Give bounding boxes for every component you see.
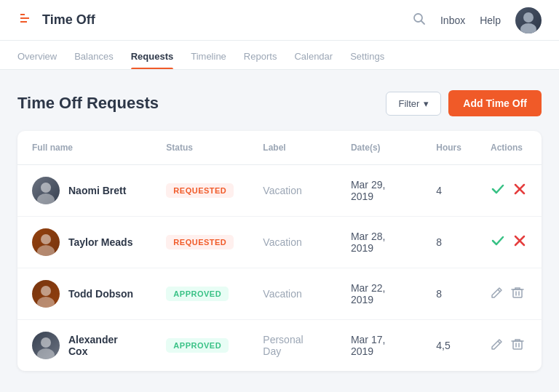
edit-button[interactable] xyxy=(491,337,504,353)
hours-value: 4 xyxy=(436,185,442,196)
name-cell: Taylor Meads xyxy=(17,217,151,268)
col-status: Status xyxy=(151,131,248,165)
app-title: Time Off xyxy=(42,12,95,28)
time-off-table-container: Full name Status Label Date(s) Hours Act… xyxy=(17,131,542,371)
time-off-table: Full name Status Label Date(s) Hours Act… xyxy=(17,131,542,371)
svg-rect-15 xyxy=(513,289,522,297)
person-avatar xyxy=(32,177,60,204)
edit-button[interactable] xyxy=(491,286,504,302)
svg-line-21 xyxy=(498,341,500,343)
svg-line-1 xyxy=(421,20,424,24)
date-value: Mar 28, 2019 xyxy=(351,231,385,254)
svg-line-14 xyxy=(498,289,500,292)
svg-point-20 xyxy=(37,348,55,359)
name-cell: Alexander Cox xyxy=(17,320,151,372)
reject-button[interactable] xyxy=(512,233,527,252)
svg-point-9 xyxy=(37,245,55,256)
status-cell: APPROVED xyxy=(151,320,248,372)
label-value: Vacation xyxy=(263,185,301,196)
status-cell: REQUESTED xyxy=(151,217,248,268)
table-row: Taylor Meads REQUESTEDVacationMar 28, 20… xyxy=(17,217,542,268)
person-avatar xyxy=(32,228,60,256)
page-header: Time Off Requests Filter ▾ Add Time Off xyxy=(17,90,542,116)
status-badge: APPROVED xyxy=(166,338,229,353)
person-avatar xyxy=(32,332,60,359)
app-header: Time Off Inbox Help xyxy=(0,0,559,41)
table-header-row: Full name Status Label Date(s) Hours Act… xyxy=(17,131,542,165)
col-hours: Hours xyxy=(421,131,476,165)
nav-timeline[interactable]: Timeline xyxy=(191,51,226,69)
actions-cell xyxy=(476,320,542,372)
label-value: Vacation xyxy=(263,236,301,248)
actions-cell xyxy=(476,268,542,320)
approve-button[interactable] xyxy=(491,233,505,252)
date-value: Mar 22, 2019 xyxy=(351,282,385,305)
logo-icon xyxy=(17,9,36,31)
delete-button[interactable] xyxy=(511,286,524,302)
svg-point-12 xyxy=(41,286,51,296)
actions-cell xyxy=(476,217,542,268)
svg-point-3 xyxy=(520,23,536,33)
name-cell: Naomi Brett xyxy=(17,165,151,217)
person-avatar xyxy=(32,280,60,308)
svg-point-2 xyxy=(523,12,534,23)
main-nav: Overview Balances Requests Timeline Repo… xyxy=(0,41,559,70)
label-cell: Personal Day xyxy=(248,320,336,372)
main-content: Time Off Requests Filter ▾ Add Time Off … xyxy=(0,70,559,385)
nav-reports[interactable]: Reports xyxy=(244,51,277,69)
date-cell: Mar 17, 2019 xyxy=(336,320,421,372)
hours-cell: 4 xyxy=(421,165,476,217)
hours-cell: 4,5 xyxy=(421,320,476,372)
svg-point-4 xyxy=(41,183,51,193)
nav-calendar[interactable]: Calendar xyxy=(294,51,333,69)
col-actions: Actions xyxy=(476,131,542,165)
svg-rect-22 xyxy=(513,341,522,349)
date-cell: Mar 28, 2019 xyxy=(336,217,421,268)
user-avatar[interactable] xyxy=(515,7,542,33)
header-actions: Filter ▾ Add Time Off xyxy=(386,90,542,116)
header-right: Inbox Help xyxy=(413,7,542,33)
nav-overview[interactable]: Overview xyxy=(17,51,57,69)
col-dates: Date(s) xyxy=(336,131,421,165)
approve-button[interactable] xyxy=(491,182,505,200)
label-value: Vacation xyxy=(263,288,301,300)
reject-button[interactable] xyxy=(512,182,527,200)
logo-area: Time Off xyxy=(17,9,413,31)
status-badge: APPROVED xyxy=(166,287,229,301)
date-cell: Mar 22, 2019 xyxy=(336,268,421,320)
label-value: Personal Day xyxy=(263,334,303,357)
person-name: Taylor Meads xyxy=(68,236,132,248)
actions-cell xyxy=(476,165,542,217)
filter-label: Filter xyxy=(398,98,419,109)
date-value: Mar 17, 2019 xyxy=(351,334,385,357)
date-cell: Mar 29, 2019 xyxy=(336,165,421,217)
hours-cell: 8 xyxy=(421,217,476,268)
label-cell: Vacation xyxy=(248,268,336,320)
chevron-down-icon: ▾ xyxy=(424,98,429,109)
nav-settings[interactable]: Settings xyxy=(350,51,384,69)
add-time-off-button[interactable]: Add Time Off xyxy=(448,90,542,116)
name-cell: Todd Dobson xyxy=(17,268,151,320)
svg-point-19 xyxy=(41,337,51,348)
hours-cell: 8 xyxy=(421,268,476,320)
table-row: Todd Dobson APPROVEDVacationMar 22, 2019… xyxy=(17,268,542,320)
col-label: Label xyxy=(248,131,336,165)
person-name: Todd Dobson xyxy=(68,288,133,300)
search-icon[interactable] xyxy=(413,12,426,28)
hours-value: 4,5 xyxy=(436,340,450,351)
person-name: Alexander Cox xyxy=(68,334,137,357)
status-badge: REQUESTED xyxy=(166,235,234,249)
delete-button[interactable] xyxy=(511,337,524,353)
col-fullname: Full name xyxy=(17,131,151,165)
svg-point-8 xyxy=(41,234,51,244)
page-title: Time Off Requests xyxy=(17,94,159,113)
inbox-link[interactable]: Inbox xyxy=(440,15,465,26)
table-row: Alexander Cox APPROVEDPersonal DayMar 17… xyxy=(17,320,542,372)
filter-button[interactable]: Filter ▾ xyxy=(386,92,441,116)
svg-point-13 xyxy=(37,297,55,308)
nav-requests[interactable]: Requests xyxy=(131,51,174,69)
nav-balances[interactable]: Balances xyxy=(74,51,113,69)
help-link[interactable]: Help xyxy=(480,15,501,26)
label-cell: Vacation xyxy=(248,165,336,217)
table-row: Naomi Brett REQUESTEDVacationMar 29, 201… xyxy=(17,165,542,217)
